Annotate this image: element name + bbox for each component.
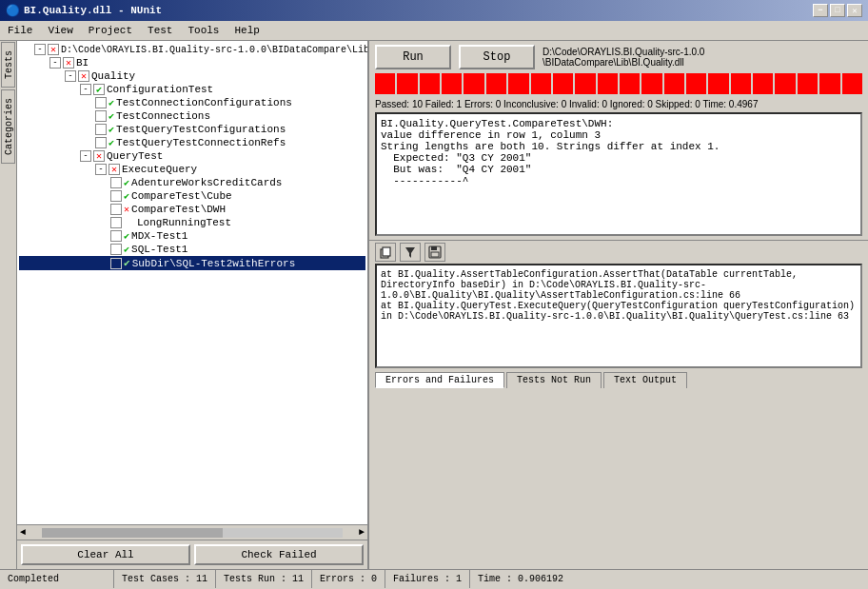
tree-row-longrunning[interactable]: LongRunningTest bbox=[19, 216, 365, 229]
progress-seg-22 bbox=[842, 73, 862, 94]
progress-seg-13 bbox=[641, 73, 661, 94]
tree-row-adenturecc[interactable]: ✔ AdentureWorksCreditCards bbox=[19, 176, 365, 189]
scroll-thumb[interactable] bbox=[42, 528, 223, 538]
tree-row-comparetest-cube[interactable]: ✔ CompareTest\Cube bbox=[19, 189, 365, 203]
checkbox[interactable] bbox=[95, 110, 107, 122]
expand-icon[interactable]: - bbox=[49, 57, 61, 69]
stack-panel[interactable]: at BI.Quality.AssertTableConfiguration.A… bbox=[375, 264, 862, 368]
checkbox[interactable]: ✕ bbox=[78, 70, 89, 82]
tab-text-output[interactable]: Text Output bbox=[603, 372, 687, 388]
checkbox[interactable] bbox=[95, 97, 107, 108]
tree-row-testconn[interactable]: ✔ TestConnections bbox=[19, 109, 365, 123]
tree-panel: - ✕ D:\Code\ORAYLIS.BI.Quality-src-1.0.0… bbox=[17, 41, 369, 569]
detail-toolbar bbox=[369, 240, 868, 264]
tree-label: QueryTest bbox=[107, 150, 163, 162]
scroll-track[interactable] bbox=[42, 528, 343, 538]
tree-label: BI bbox=[76, 57, 89, 69]
categories-tab[interactable]: Categories bbox=[1, 89, 15, 164]
window-title: BI.Quality.dll - NUnit bbox=[24, 5, 162, 16]
tree-label: SQL-Test1 bbox=[131, 244, 187, 255]
tree-row-testquery-connrefs[interactable]: ✔ TestQueryTestConnectionRefs bbox=[19, 136, 365, 149]
close-button[interactable]: ✕ bbox=[847, 4, 862, 17]
tree-label: CompareTest\DWH bbox=[131, 204, 226, 215]
checkbox[interactable]: ✕ bbox=[63, 57, 74, 69]
status-testcases: Test Cases : 11 bbox=[114, 570, 216, 588]
checkbox[interactable]: ✔ bbox=[93, 84, 105, 95]
checkbox[interactable] bbox=[110, 230, 122, 242]
menu-tools[interactable]: Tools bbox=[180, 23, 227, 38]
app-icon: 🔵 bbox=[6, 4, 20, 18]
tree-row-configtest[interactable]: - ✔ ConfigurationTest bbox=[19, 83, 365, 96]
menu-project[interactable]: Project bbox=[81, 23, 140, 38]
tree-label: TestConnections bbox=[116, 110, 210, 122]
checkbox[interactable]: ✕ bbox=[108, 164, 120, 175]
left-tabs: Tests Categories bbox=[0, 41, 17, 569]
checkbox[interactable]: ✕ bbox=[93, 150, 105, 162]
save-icon[interactable] bbox=[424, 243, 445, 262]
tree-row-testconn-config[interactable]: ✔ TestConnectionConfigurations bbox=[19, 96, 365, 109]
menu-view[interactable]: View bbox=[40, 23, 80, 38]
expand-icon[interactable]: - bbox=[34, 44, 46, 55]
menu-help[interactable]: Help bbox=[227, 23, 266, 38]
checkbox[interactable] bbox=[110, 204, 122, 215]
progress-seg-2 bbox=[397, 73, 417, 94]
title-bar-controls[interactable]: − □ ✕ bbox=[813, 4, 862, 17]
progress-seg-15 bbox=[686, 73, 706, 94]
scroll-right-btn[interactable]: ► bbox=[356, 527, 367, 538]
progress-seg-18 bbox=[753, 73, 773, 94]
right-panel: Run Stop D:\Code\ORAYLIS.BI.Quality-src-… bbox=[369, 41, 868, 569]
tree-label: SubDir\SQL-Test2withErrors bbox=[132, 258, 296, 269]
menu-file[interactable]: File bbox=[0, 23, 40, 38]
checkbox[interactable] bbox=[95, 137, 107, 148]
scroll-left-btn[interactable]: ◄ bbox=[17, 527, 29, 538]
tree-label: CompareTest\Cube bbox=[131, 190, 232, 202]
progress-seg-10 bbox=[575, 73, 595, 94]
expand-icon[interactable]: - bbox=[65, 70, 76, 82]
progress-seg-12 bbox=[620, 73, 640, 94]
run-bar: Run Stop D:\Code\ORAYLIS.BI.Quality-src-… bbox=[369, 41, 868, 73]
checkbox[interactable] bbox=[95, 124, 107, 135]
checkbox[interactable] bbox=[110, 177, 122, 188]
minimize-button[interactable]: − bbox=[813, 4, 828, 17]
tree-label: AdentureWorksCreditCards bbox=[131, 177, 282, 188]
expand-icon[interactable]: - bbox=[80, 150, 91, 162]
expand-icon[interactable]: - bbox=[80, 84, 91, 95]
tree-row-mdx1[interactable]: ✔ MDX-Test1 bbox=[19, 229, 365, 243]
checkbox[interactable] bbox=[110, 217, 122, 228]
tree-row-quality[interactable]: - ✕ Quality bbox=[19, 69, 365, 83]
progress-seg-3 bbox=[420, 73, 440, 94]
check-failed-button[interactable]: Check Failed bbox=[194, 544, 364, 565]
checkbox[interactable] bbox=[110, 190, 122, 202]
stop-button[interactable]: Stop bbox=[459, 45, 535, 69]
maximize-button[interactable]: □ bbox=[830, 4, 845, 17]
checkbox[interactable] bbox=[110, 244, 122, 255]
tree-content[interactable]: - ✕ D:\Code\ORAYLIS.BI.Quality-src-1.0.0… bbox=[17, 41, 367, 524]
expand-icon[interactable]: - bbox=[95, 164, 107, 175]
tree-row-testquery-config[interactable]: ✔ TestQueryTestConfigurations bbox=[19, 123, 365, 136]
copy-icon[interactable] bbox=[375, 243, 396, 262]
checkbox[interactable] bbox=[110, 258, 122, 269]
clear-all-button[interactable]: Clear All bbox=[21, 544, 190, 565]
file-path: D:\Code\ORAYLIS.BI.Quality-src-1.0.0\BID… bbox=[542, 47, 862, 68]
checkbox[interactable]: ✕ bbox=[48, 44, 59, 55]
tests-tab[interactable]: Tests bbox=[1, 42, 15, 88]
tree-row-sql2-errors[interactable]: ✔ SubDir\SQL-Test2withErrors bbox=[19, 256, 365, 270]
tab-errors-failures[interactable]: Errors and Failures bbox=[375, 372, 504, 388]
output-panel[interactable]: BI.Quality.QueryTest.CompareTest\DWH: va… bbox=[375, 112, 862, 236]
progress-seg-16 bbox=[708, 73, 728, 94]
tree-row-comparetest-dwh[interactable]: ✕ CompareTest\DWH bbox=[19, 203, 365, 216]
filter-icon[interactable] bbox=[400, 243, 421, 262]
tree-row-bi[interactable]: - ✕ BI bbox=[19, 56, 365, 69]
tree-row-querytest[interactable]: - ✕ QueryTest bbox=[19, 149, 365, 163]
status-bar: Completed Test Cases : 11 Tests Run : 11… bbox=[0, 569, 868, 588]
menu-test[interactable]: Test bbox=[140, 23, 180, 38]
progress-seg-17 bbox=[731, 73, 751, 94]
tab-tests-not-run[interactable]: Tests Not Run bbox=[506, 372, 602, 388]
tree-scrollbar[interactable]: ◄ ► bbox=[17, 524, 367, 540]
tree-row-execquery[interactable]: - ✕ ExecuteQuery bbox=[19, 163, 365, 176]
tree-row-sql1[interactable]: ✔ SQL-Test1 bbox=[19, 243, 365, 256]
run-button[interactable]: Run bbox=[375, 45, 451, 69]
progress-seg-4 bbox=[442, 73, 462, 94]
tree-row-root[interactable]: - ✕ D:\Code\ORAYLIS.BI.Quality-src-1.0.0… bbox=[19, 43, 365, 56]
progress-seg-11 bbox=[598, 73, 618, 94]
